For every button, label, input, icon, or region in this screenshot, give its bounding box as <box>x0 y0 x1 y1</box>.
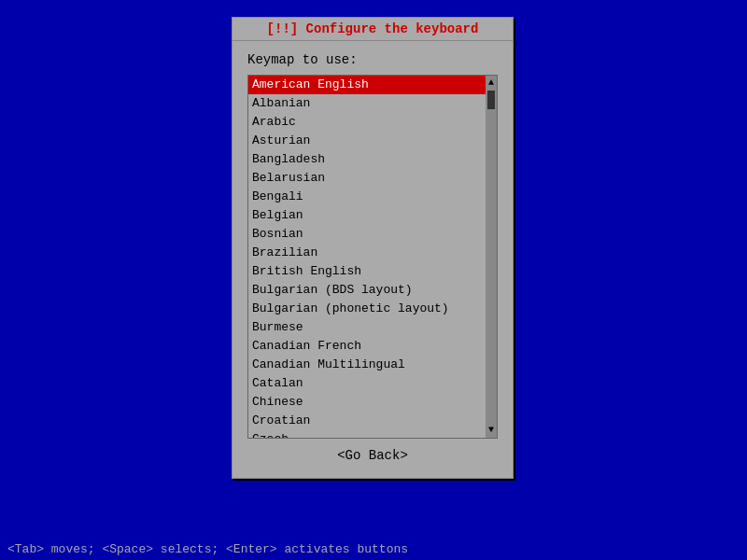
list-item[interactable]: Canadian French <box>248 337 486 356</box>
list-item[interactable]: Brazilian <box>248 244 486 262</box>
list-item[interactable]: Bulgarian (BDS layout) <box>248 281 486 300</box>
status-bar: <Tab> moves; <Space> selects; <Enter> ac… <box>0 539 747 560</box>
list-item[interactable]: Burmese <box>248 318 486 337</box>
list-item[interactable]: Bengali <box>248 188 486 206</box>
list-item[interactable]: Czech <box>248 430 486 438</box>
list-item[interactable]: American English <box>248 76 486 94</box>
scroll-down-icon[interactable]: ▼ <box>488 425 494 436</box>
scrollbar[interactable]: ▲ ▼ <box>486 76 497 438</box>
scroll-up-icon[interactable]: ▲ <box>488 77 494 89</box>
list-item[interactable]: Croatian <box>248 412 486 430</box>
list-item[interactable]: Bosnian <box>248 225 486 244</box>
list-item[interactable]: Asturian <box>248 132 486 150</box>
list-item[interactable]: Bangladesh <box>248 150 486 169</box>
list-item[interactable]: Belarusian <box>248 169 486 188</box>
list-item[interactable]: Chinese <box>248 393 486 412</box>
list-item[interactable]: British English <box>248 262 486 281</box>
list-item[interactable]: Bulgarian (phonetic layout) <box>248 300 486 318</box>
go-back-button[interactable]: <Go Back> <box>247 448 498 463</box>
list-item[interactable]: Canadian Multilingual <box>248 356 486 374</box>
list-item[interactable]: Catalan <box>248 374 486 393</box>
list-item[interactable]: Albanian <box>248 94 486 113</box>
keymap-list[interactable]: American EnglishAlbanianArabicAsturianBa… <box>248 76 486 438</box>
list-item[interactable]: Arabic <box>248 113 486 132</box>
list-item[interactable]: Belgian <box>248 206 486 225</box>
keymap-label: Keymap to use: <box>247 52 498 67</box>
scroll-thumb[interactable] <box>487 91 495 109</box>
keymap-list-container[interactable]: American EnglishAlbanianArabicAsturianBa… <box>247 75 498 439</box>
configure-keyboard-dialog: [!!] Configure the keyboard Keymap to us… <box>232 17 514 479</box>
dialog-title: [!!] Configure the keyboard <box>233 18 513 41</box>
